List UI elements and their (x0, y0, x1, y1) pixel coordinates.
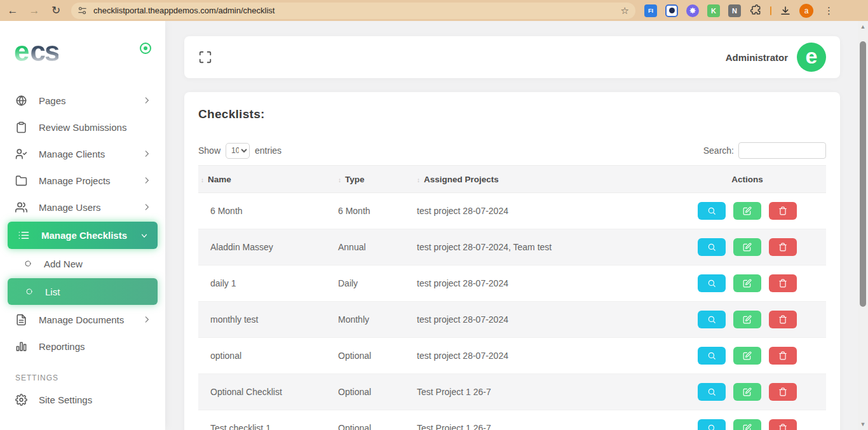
delete-button[interactable] (769, 383, 797, 401)
cell-name: daily 1 (198, 265, 336, 302)
users-icon (14, 200, 28, 214)
url-text[interactable]: checklistportal.theappdemos.com/admin/ch… (93, 6, 621, 15)
view-button[interactable] (698, 419, 726, 430)
sort-icon[interactable]: ↕ (417, 177, 420, 184)
edit-button[interactable] (733, 238, 761, 256)
edit-button[interactable] (733, 383, 761, 401)
fullscreen-icon[interactable] (198, 50, 212, 64)
bar-chart-icon (14, 339, 28, 353)
trash-icon (778, 243, 787, 252)
edit-button[interactable] (733, 419, 761, 430)
app-logo[interactable]: e cs (0, 21, 165, 82)
cell-type: 6 Month (336, 193, 414, 229)
delete-button[interactable] (769, 419, 797, 430)
edit-button[interactable] (733, 347, 761, 365)
scrollbar-up-icon[interactable]: ▲ (858, 22, 868, 31)
sidebar-item-add-new[interactable]: Add New (0, 250, 165, 277)
edit-button[interactable] (733, 311, 761, 328)
trash-icon (778, 424, 787, 430)
page-scrollbar[interactable]: ▲ ▼ (858, 21, 868, 430)
edit-icon (743, 243, 752, 252)
extensions-puzzle-icon[interactable] (749, 4, 762, 17)
cell-name: Optional Checklist (198, 374, 336, 410)
sidebar-item-manage-clients[interactable]: Manage Clients (0, 140, 165, 167)
profile-avatar[interactable]: a (799, 4, 813, 18)
column-header-name[interactable]: ↕Name (198, 166, 336, 193)
sidebar-item-manage-checklists[interactable]: Manage Checklists (8, 222, 158, 249)
search-icon (707, 315, 716, 324)
sidebar: e cs PagesReview SubmissionsManage Clien… (0, 21, 165, 430)
sidebar-item-manage-documents[interactable]: Manage Documents (0, 306, 165, 333)
sidebar-item-review-submissions[interactable]: Review Submissions (0, 114, 165, 140)
extension-n-icon[interactable]: N (728, 4, 741, 17)
delete-button[interactable] (769, 311, 797, 328)
back-icon[interactable]: ← (4, 2, 22, 20)
extension-gear-icon[interactable]: ✸ (686, 4, 699, 17)
sidebar-item-manage-projects[interactable]: Manage Projects (0, 167, 165, 194)
cell-assigned-projects: test project 28-07-2024, Team test (414, 229, 668, 265)
trash-icon (778, 206, 787, 215)
extension-k-icon[interactable]: K (707, 4, 720, 17)
extension-camera-icon[interactable] (665, 4, 678, 17)
circle-icon (24, 285, 34, 299)
search-label: Search: (703, 145, 734, 156)
cell-name: Aladdin Massey (198, 229, 336, 265)
sidebar-toggle-icon[interactable] (140, 43, 151, 54)
edit-icon (743, 315, 752, 324)
edit-icon (743, 206, 752, 215)
table-row: monthly test Monthly test project 28-07-… (198, 302, 826, 338)
sort-icon[interactable]: ↕ (338, 177, 341, 184)
search-icon (707, 424, 716, 430)
view-button[interactable] (698, 383, 726, 401)
edit-button[interactable] (733, 202, 761, 220)
refresh-icon[interactable]: ↻ (47, 2, 65, 20)
delete-button[interactable] (769, 238, 797, 256)
sidebar-item-reportings[interactable]: Reportings (0, 333, 165, 359)
logo-letters-cs: cs (30, 36, 58, 67)
view-button[interactable] (698, 202, 726, 220)
search-input[interactable] (738, 142, 826, 159)
file-text-icon (14, 312, 28, 326)
scrollbar-down-icon[interactable]: ▼ (858, 420, 868, 429)
edit-icon (743, 351, 752, 360)
download-icon[interactable] (780, 5, 791, 17)
sidebar-item-label: Site Settings (39, 394, 151, 405)
view-button[interactable] (698, 274, 726, 292)
top-header-bar: Administrator e (184, 36, 840, 78)
sort-icon[interactable]: ↕ (201, 177, 204, 184)
column-header-type[interactable]: ↕Type (336, 166, 414, 193)
brand-logo-icon[interactable]: e (797, 43, 826, 72)
delete-button[interactable] (769, 347, 797, 365)
delete-button[interactable] (769, 274, 797, 292)
extension-fi-icon[interactable]: FI (644, 4, 657, 17)
cell-actions (668, 338, 826, 374)
page-length-select[interactable]: 10 (226, 143, 250, 159)
column-header-actions: Actions (668, 166, 826, 193)
trash-icon (778, 315, 787, 324)
sidebar-item-label: Manage Documents (39, 314, 142, 325)
sidebar-item-manage-users[interactable]: Manage Users (0, 194, 165, 220)
view-button[interactable] (698, 311, 726, 328)
address-bar[interactable]: checklistportal.theappdemos.com/admin/ch… (71, 3, 635, 19)
view-button[interactable] (698, 347, 726, 365)
user-role-label[interactable]: Administrator (726, 52, 788, 63)
forward-icon[interactable]: → (25, 2, 43, 20)
sidebar-item-list[interactable]: List (8, 278, 158, 305)
browser-menu-icon[interactable]: ⋮ (824, 5, 834, 17)
site-info-icon[interactable] (78, 6, 87, 15)
cell-name: optional (198, 338, 336, 374)
sidebar-item-site-settings[interactable]: Site Settings (0, 386, 165, 413)
cell-actions (668, 193, 826, 229)
chevron-right-icon (142, 315, 151, 324)
delete-button[interactable] (769, 202, 797, 220)
sidebar-item-pages[interactable]: Pages (0, 87, 165, 114)
page-length-control: Show 10 entries (198, 143, 281, 159)
column-header-assigned-projects[interactable]: ↕Assigned Projects (414, 166, 668, 193)
edit-button[interactable] (733, 274, 761, 292)
view-button[interactable] (698, 238, 726, 256)
scrollbar-thumb[interactable] (860, 41, 866, 307)
table-row: optional Optional test project 28-07-202… (198, 338, 826, 374)
table-controls: Show 10 entries Search: (198, 142, 826, 159)
edit-icon (743, 279, 752, 288)
bookmark-star-icon[interactable]: ☆ (621, 5, 629, 17)
